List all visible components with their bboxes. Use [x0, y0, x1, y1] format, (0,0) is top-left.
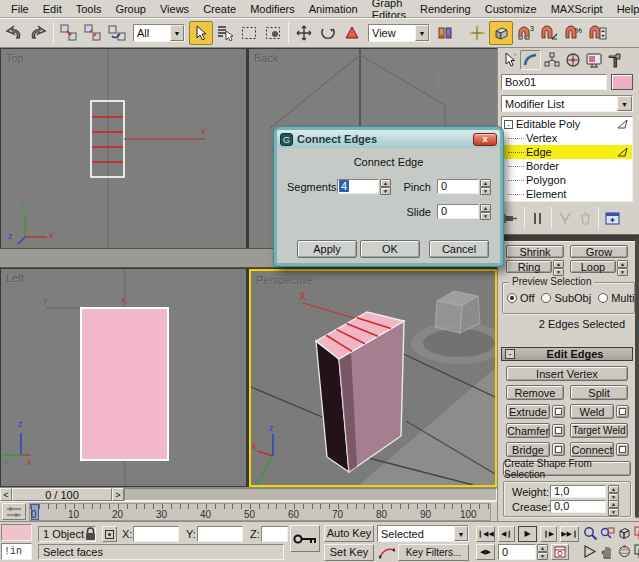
redo-icon[interactable]: [26, 21, 50, 45]
select-and-scale-icon[interactable]: [340, 21, 364, 45]
set-keys-button[interactable]: [290, 525, 320, 552]
ring-spinner[interactable]: ▲▼: [553, 260, 564, 273]
maximize-viewport-button[interactable]: [634, 544, 639, 560]
menu-file[interactable]: File: [4, 3, 36, 15]
next-frame-button[interactable]: ❙▶: [540, 526, 557, 542]
weld-settings-button[interactable]: [616, 405, 629, 418]
cancel-button[interactable]: Cancel: [429, 240, 489, 258]
rectangular-selection-region-icon[interactable]: [237, 21, 261, 45]
y-coordinate-field[interactable]: [197, 526, 243, 542]
extrude-settings-button[interactable]: [552, 405, 565, 418]
tab-motion-icon[interactable]: [562, 50, 583, 70]
previous-frame-button[interactable]: ◀❙: [498, 526, 515, 542]
split-button[interactable]: Split: [570, 385, 628, 400]
grow-button[interactable]: Grow: [570, 245, 628, 258]
maxscript-listener-pane[interactable]: !in: [1, 543, 32, 560]
frame-spinner[interactable]: ▲▼: [537, 544, 548, 560]
time-prev-button[interactable]: <: [0, 488, 12, 501]
selection-filter-dropdown[interactable]: All ▼: [133, 24, 185, 42]
configure-modifier-sets-icon[interactable]: [602, 209, 622, 227]
tab-create-icon[interactable]: [499, 50, 520, 70]
dialog-title-bar[interactable]: G Connect Edges x: [277, 130, 500, 148]
tab-hierarchy-icon[interactable]: [541, 50, 562, 70]
menu-rendering[interactable]: Rendering: [413, 3, 478, 15]
bind-to-space-warp-icon[interactable]: [105, 21, 129, 45]
time-configuration-button[interactable]: [551, 544, 569, 560]
x-coordinate-field[interactable]: [133, 526, 179, 542]
chamfer-button[interactable]: Chamfer: [506, 423, 550, 438]
viewport-perspective-label[interactable]: Perspective: [256, 274, 313, 286]
make-unique-icon[interactable]: [555, 209, 575, 227]
time-next-button[interactable]: >: [112, 488, 124, 501]
zoom-extents-all-button[interactable]: [634, 526, 639, 542]
shrink-button[interactable]: Shrink: [506, 245, 564, 258]
object-color-swatch[interactable]: [611, 74, 633, 90]
modifier-list-dropdown[interactable]: Modifier List ▼: [501, 95, 633, 112]
go-to-end-button[interactable]: ▶▶❙: [560, 526, 579, 542]
tab-display-icon[interactable]: [583, 50, 604, 70]
extrude-button[interactable]: Extrude: [506, 404, 550, 419]
angle-snap-magnet-icon[interactable]: [537, 21, 561, 45]
select-and-manipulate-icon[interactable]: [465, 21, 489, 45]
connect-button[interactable]: Connect: [570, 442, 614, 457]
menu-edit[interactable]: Edit: [36, 3, 69, 15]
select-and-rotate-icon[interactable]: [316, 21, 340, 45]
tab-modify-icon[interactable]: [520, 50, 541, 70]
open-mini-curve-editor-button[interactable]: [2, 503, 26, 520]
segments-spinner[interactable]: ▲▼: [380, 179, 391, 194]
viewport-top[interactable]: x Top y z x: [1, 49, 246, 248]
track-bar-ruler[interactable]: 0 10 20 30 40 50 60 70 80 90 100: [29, 503, 491, 521]
absolute-offset-toggle[interactable]: [102, 526, 117, 542]
loop-spinner[interactable]: ▲▼: [617, 260, 628, 273]
crease-field[interactable]: 0,0: [550, 500, 606, 513]
pin-stack-icon[interactable]: [501, 209, 521, 227]
weight-field[interactable]: 1,0: [550, 485, 606, 498]
crease-spinner[interactable]: ▲▼: [608, 500, 619, 513]
chamfer-settings-button[interactable]: [552, 424, 565, 437]
segments-field[interactable]: 4: [337, 179, 379, 194]
select-by-name-icon[interactable]: [213, 21, 237, 45]
menu-create[interactable]: Create: [196, 3, 243, 15]
stack-item-polygon[interactable]: Polygon: [502, 173, 632, 187]
undo-icon[interactable]: [2, 21, 26, 45]
insert-vertex-button[interactable]: Insert Vertex: [506, 366, 628, 381]
menu-maxscript[interactable]: MAXScript: [544, 3, 610, 15]
field-of-view-button[interactable]: [583, 544, 599, 560]
show-end-result-icon[interactable]: [528, 209, 548, 227]
select-and-link-icon[interactable]: [57, 21, 81, 45]
menu-help[interactable]: Help: [610, 3, 639, 15]
remove-modifier-icon[interactable]: [575, 209, 595, 227]
use-center-icon[interactable]: [433, 21, 457, 45]
auto-key-button[interactable]: Auto Key: [324, 525, 374, 542]
time-slider-handle[interactable]: 0 / 100: [12, 488, 112, 501]
viewport-perspective[interactable]: X z x y Perspective: [249, 269, 497, 487]
tab-utilities-icon[interactable]: [604, 50, 625, 70]
weight-spinner[interactable]: ▲▼: [608, 485, 619, 498]
zoom-extents-button[interactable]: [617, 526, 633, 542]
slide-field[interactable]: 0: [437, 204, 479, 219]
menu-modifiers[interactable]: Modifiers: [243, 3, 302, 15]
panel-scrollbar[interactable]: [635, 238, 639, 518]
weld-button[interactable]: Weld: [570, 404, 614, 419]
reference-coordinate-dropdown[interactable]: View ▼: [368, 24, 430, 42]
selection-set-dropdown[interactable]: Selected ▼: [377, 525, 469, 542]
slide-spinner[interactable]: ▲▼: [480, 204, 491, 219]
viewport-left-label[interactable]: Left: [6, 272, 24, 284]
z-coordinate-field[interactable]: [261, 526, 288, 542]
preview-subobj-radio[interactable]: [541, 293, 551, 303]
ok-button[interactable]: OK: [360, 240, 420, 258]
time-slider-track[interactable]: [124, 488, 497, 501]
object-name-field[interactable]: Box01: [501, 74, 607, 90]
viewport-top-label[interactable]: Top: [6, 52, 24, 64]
pinch-field[interactable]: 0: [437, 179, 479, 194]
go-to-start-button[interactable]: ❙◀◀: [476, 526, 495, 542]
spinner-snap-magnet-icon[interactable]: [585, 21, 609, 45]
create-shape-button[interactable]: Create Shape From Selection: [503, 461, 631, 476]
menu-tools[interactable]: Tools: [69, 3, 109, 15]
zoom-button[interactable]: [583, 526, 599, 542]
percent-snap-magnet-icon[interactable]: %: [561, 21, 585, 45]
bridge-button[interactable]: Bridge: [506, 442, 550, 457]
collapse-minus-box[interactable]: -: [505, 349, 515, 359]
stack-item-editable-poly[interactable]: - Editable Poly: [502, 117, 632, 131]
close-icon[interactable]: x: [473, 133, 497, 146]
